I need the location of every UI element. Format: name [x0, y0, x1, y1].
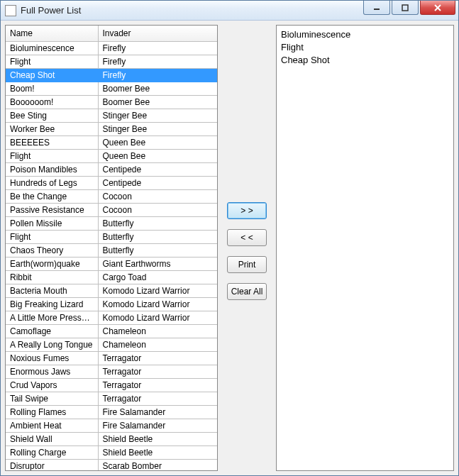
cell-invader: Terragator [98, 352, 217, 365]
add-button[interactable]: > > [227, 202, 267, 219]
table-row[interactable]: FlightQueen Bee [6, 150, 217, 163]
clear-all-button[interactable]: Clear All [227, 283, 267, 300]
cell-name: Hundreds of Legs [6, 177, 98, 190]
window-title: Full Power List [21, 5, 363, 16]
cell-invader: Shield Beetle [98, 433, 217, 446]
cell-name: Be the Change [6, 190, 98, 204]
table-row[interactable]: BEEEEESQueen Bee [6, 136, 217, 150]
cell-invader: Komodo Lizard Warrior [98, 284, 217, 298]
table-row[interactable]: A Really Long TongueChameleon [6, 338, 217, 352]
svg-rect-1 [402, 5, 408, 11]
list-item[interactable]: Cheap Shot [281, 54, 449, 67]
table-row[interactable]: Noxious FumesTerragator [6, 352, 217, 365]
cell-invader: Cocoon [98, 204, 217, 217]
cell-invader: Firefly [98, 69, 217, 82]
cell-invader: Butterfly [98, 231, 217, 244]
cell-name: Ambient Heat [6, 419, 98, 433]
table-row[interactable]: DisruptorScarab Bomber [6, 460, 217, 471]
cell-invader: Stinger Bee [98, 109, 217, 123]
table-row[interactable]: Passive ResistanceCocoon [6, 204, 217, 217]
table-row[interactable]: Rolling ChargeShield Beetle [6, 446, 217, 460]
cell-invader: Fire Salamander [98, 419, 217, 433]
power-table[interactable]: Name Invader BioluminescenceFireflyFligh… [6, 26, 217, 470]
cell-name: Enormous Jaws [6, 365, 98, 379]
cell-name: Chaos Theory [6, 244, 98, 258]
table-row[interactable]: A Little More PressureKomodo Lizard Warr… [6, 311, 217, 325]
cell-invader: Komodo Lizard Warrior [98, 311, 217, 325]
table-row[interactable]: Enormous JawsTerragator [6, 365, 217, 379]
client-area: Name Invader BioluminescenceFireflyFligh… [1, 21, 458, 475]
cell-invader: Butterfly [98, 244, 217, 258]
cell-name: Tail Swipe [6, 392, 98, 406]
table-row[interactable]: RibbitCargo Toad [6, 271, 217, 284]
table-row[interactable]: Worker BeeStinger Bee [6, 123, 217, 136]
list-item[interactable]: Bioluminescence [281, 28, 449, 41]
table-row[interactable]: Tail SwipeTerragator [6, 392, 217, 406]
list-item[interactable]: Flight [281, 41, 449, 54]
cell-name: Disruptor [6, 460, 98, 471]
cell-invader: Chameleon [98, 325, 217, 338]
app-icon [5, 5, 16, 16]
cell-invader: Giant Earthworms [98, 258, 217, 271]
table-row[interactable]: Bacteria MouthKomodo Lizard Warrior [6, 284, 217, 298]
cell-name: Camoflage [6, 325, 98, 338]
cell-invader: Boomer Bee [98, 82, 217, 96]
cell-invader: Komodo Lizard Warrior [98, 298, 217, 311]
table-row[interactable]: FlightButterfly [6, 231, 217, 244]
table-row[interactable]: Chaos TheoryButterfly [6, 244, 217, 258]
cell-name: Bioluminescence [6, 42, 98, 55]
cell-invader: Firefly [98, 55, 217, 69]
cell-invader: Queen Bee [98, 150, 217, 163]
remove-button[interactable]: < < [227, 229, 267, 246]
table-row[interactable]: CamoflageChameleon [6, 325, 217, 338]
table-row[interactable]: Boooooom!Boomer Bee [6, 96, 217, 109]
print-button[interactable]: Print [227, 256, 267, 273]
table-row[interactable]: Crud VaporsTerragator [6, 379, 217, 392]
cell-name: Earth(worm)quake [6, 258, 98, 271]
cell-name: Worker Bee [6, 123, 98, 136]
table-row[interactable]: BioluminescenceFirefly [6, 42, 217, 55]
cell-name: A Little More Pressure [6, 311, 98, 325]
window-buttons [363, 1, 458, 20]
column-header-name[interactable]: Name [6, 26, 98, 42]
cell-name: Shield Wall [6, 433, 98, 446]
titlebar[interactable]: Full Power List [1, 1, 458, 21]
table-row[interactable]: Pollen MissileButterfly [6, 217, 217, 231]
cell-name: Cheap Shot [6, 69, 98, 82]
cell-name: Boooooom! [6, 96, 98, 109]
app-window: Full Power List Name Invader [0, 0, 459, 476]
maximize-button[interactable] [392, 1, 419, 15]
table-row[interactable]: Big Freaking LizardKomodo Lizard Warrior [6, 298, 217, 311]
minimize-button[interactable] [363, 1, 390, 15]
close-button[interactable] [420, 1, 455, 15]
table-row[interactable]: Rolling FlamesFire Salamander [6, 406, 217, 419]
power-table-scroll[interactable]: Name Invader BioluminescenceFireflyFligh… [6, 26, 217, 470]
table-row[interactable]: Poison MandiblesCentipede [6, 163, 217, 177]
table-row[interactable]: Boom!Boomer Bee [6, 82, 217, 96]
table-row[interactable]: Hundreds of LegsCentipede [6, 177, 217, 190]
power-table-pane: Name Invader BioluminescenceFireflyFligh… [5, 25, 218, 471]
cell-name: Poison Mandibles [6, 163, 98, 177]
cell-name: Ribbit [6, 271, 98, 284]
cell-name: Pollen Missile [6, 217, 98, 231]
cell-invader: Terragator [98, 379, 217, 392]
action-buttons-pane: > > < < Print Clear All [221, 25, 273, 471]
cell-invader: Terragator [98, 392, 217, 406]
table-row[interactable]: Bee StingStinger Bee [6, 109, 217, 123]
table-row[interactable]: Earth(worm)quakeGiant Earthworms [6, 258, 217, 271]
cell-name: Rolling Charge [6, 446, 98, 460]
cell-invader: Stinger Bee [98, 123, 217, 136]
cell-name: Passive Resistance [6, 204, 98, 217]
table-row[interactable]: Ambient HeatFire Salamander [6, 419, 217, 433]
column-header-invader[interactable]: Invader [98, 26, 217, 42]
table-row[interactable]: FlightFirefly [6, 55, 217, 69]
cell-invader: Firefly [98, 42, 217, 55]
table-row[interactable]: Be the ChangeCocoon [6, 190, 217, 204]
table-row[interactable]: Cheap ShotFirefly [6, 69, 217, 82]
cell-name: Bacteria Mouth [6, 284, 98, 298]
cell-invader: Centipede [98, 177, 217, 190]
cell-name: Noxious Fumes [6, 352, 98, 365]
table-row[interactable]: Shield WallShield Beetle [6, 433, 217, 446]
selected-list-pane[interactable]: BioluminescenceFlightCheap Shot [276, 25, 454, 471]
cell-invader: Cocoon [98, 190, 217, 204]
